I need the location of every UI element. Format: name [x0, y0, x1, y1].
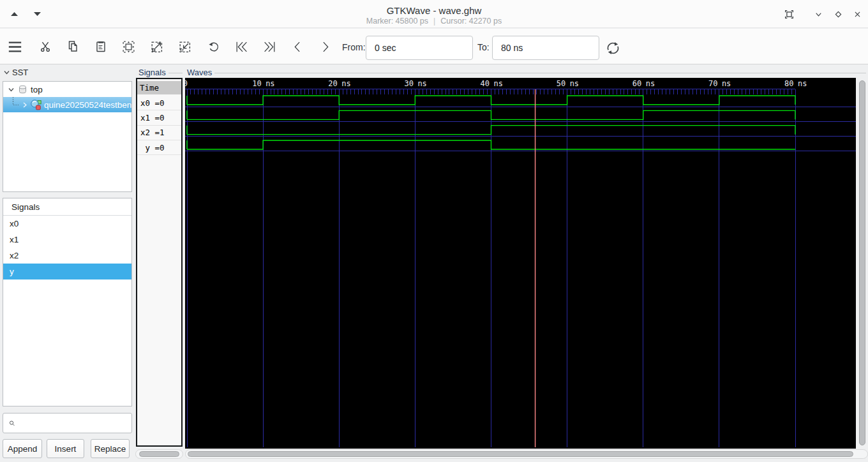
signals-list: x0x1x2y: [3, 216, 131, 279]
window-title: GTKWave - wave.ghw: [179, 5, 689, 16]
step-right-button[interactable]: [314, 36, 336, 57]
tree-item-top[interactable]: top: [3, 82, 131, 97]
signal-name-row-x0[interactable]: x0 =0: [137, 96, 181, 110]
module-icon: [31, 100, 41, 110]
waves-hscrollbar-thumb[interactable]: [188, 451, 853, 457]
insert-button[interactable]: Insert: [47, 439, 84, 458]
marker-status: Marker: 45800 ps: [366, 17, 428, 26]
waves-vscrollbar[interactable]: [858, 78, 867, 449]
minimize-button[interactable]: [810, 6, 827, 22]
chevron-right-icon: [318, 40, 333, 54]
chevron-down-icon: [3, 69, 10, 76]
fullscreen-icon: [784, 9, 795, 20]
svg-text:ns: ns: [722, 79, 731, 88]
fullscreen-button[interactable]: [781, 6, 797, 22]
from-input[interactable]: 0 sec: [366, 36, 473, 60]
clipboard-paste-icon: [94, 40, 108, 54]
sst-tree-panel: top quine20250524testbench: [3, 81, 132, 192]
names-hscrollbar[interactable]: [135, 449, 183, 459]
signal-name-row-x1[interactable]: x1 =0: [137, 110, 181, 125]
names-hscrollbar-thumb[interactable]: [139, 451, 179, 457]
zoom-out-icon: [177, 40, 192, 54]
scope-cylinder-icon: [18, 84, 27, 94]
waves-hscrollbar[interactable]: [185, 449, 868, 459]
zoom-fit-button[interactable]: [117, 36, 139, 57]
svg-text:ns: ns: [570, 79, 579, 88]
svg-text:10: 10: [252, 79, 261, 88]
tree-item-testbench[interactable]: quine20250524testbench: [3, 97, 131, 112]
shift-down-button[interactable]: [29, 6, 45, 22]
replace-button[interactable]: Replace: [91, 439, 130, 458]
copy-icon: [66, 40, 80, 54]
zoom-in-icon: [149, 40, 164, 54]
signal-name-row-x2[interactable]: x2 =1: [137, 126, 181, 140]
sst-expander[interactable]: SST: [3, 67, 28, 77]
to-label: To:: [477, 42, 490, 52]
from-label: From:: [342, 42, 366, 52]
signal-list-item-x1[interactable]: x1: [3, 232, 131, 248]
chevron-down-icon: [814, 10, 823, 19]
sst-label: SST: [12, 68, 28, 77]
copy-button[interactable]: [62, 36, 84, 57]
search-icon: [9, 418, 15, 429]
signal-names-panel[interactable]: Time x0 =0x1 =0x2 =1 y =0: [136, 78, 183, 447]
time-header[interactable]: Time: [137, 81, 181, 94]
diamond-icon: [834, 10, 843, 19]
tree-branch-lines: [11, 97, 19, 112]
chevron-left-icon: [290, 40, 305, 54]
names-frame-label: Signals: [138, 68, 183, 77]
skip-to-end-button[interactable]: [258, 36, 280, 57]
undo-button[interactable]: [202, 36, 224, 57]
tree-root-label: top: [31, 85, 43, 94]
step-left-button[interactable]: [287, 36, 308, 57]
svg-text:ns: ns: [798, 79, 807, 88]
maximize-button[interactable]: [830, 6, 846, 22]
signal-list-item-x2[interactable]: x2: [3, 248, 131, 264]
signals-list-header: Signals: [3, 198, 131, 216]
waves-frame-label: Waves: [187, 68, 866, 77]
expander-right-icon[interactable]: [22, 101, 28, 108]
svg-text:40: 40: [481, 79, 490, 88]
hamburger-menu-icon: [7, 39, 23, 55]
shift-up-button[interactable]: [6, 6, 22, 22]
signal-name-rows: x0 =0x1 =0x2 =1 y =0: [137, 96, 181, 155]
tree-child-label: quine20250524testbench: [44, 100, 131, 110]
zoom-out-button[interactable]: [174, 36, 195, 57]
waveform-plot[interactable]: 010ns20ns30ns40ns50ns60ns70ns80ns: [185, 78, 856, 449]
reload-button[interactable]: [602, 37, 624, 59]
undo-icon: [206, 40, 221, 54]
zoom-fit-icon: [121, 40, 136, 54]
waves-vscrollbar-thumb[interactable]: [859, 80, 865, 445]
menu-button[interactable]: [4, 36, 26, 57]
skip-to-start-button[interactable]: [230, 36, 252, 57]
search-input[interactable]: [19, 419, 131, 428]
expander-down-icon[interactable]: [8, 86, 15, 93]
scissors-icon: [38, 40, 52, 54]
svg-text:ns: ns: [494, 79, 503, 88]
cut-button[interactable]: [34, 36, 56, 57]
svg-text:ns: ns: [646, 79, 655, 88]
svg-text:20: 20: [328, 79, 337, 88]
svg-text:30: 30: [404, 79, 413, 88]
skip-start-icon: [234, 40, 249, 54]
paste-button[interactable]: [90, 36, 112, 57]
titlebar: GTKWave - wave.ghw Marker: 45800 ps|Curs…: [0, 0, 868, 28]
waves-canvas[interactable]: 010ns20ns30ns40ns50ns60ns70ns80ns: [185, 78, 856, 449]
close-icon: [853, 10, 862, 19]
window-subtitle: Marker: 45800 ps|Cursor: 42270 ps: [179, 17, 689, 26]
triangle-down-icon: [33, 11, 41, 17]
append-button[interactable]: Append: [3, 439, 42, 458]
svg-text:ns: ns: [266, 79, 274, 88]
zoom-in-button[interactable]: [146, 36, 167, 57]
signal-search-box[interactable]: [3, 413, 132, 433]
signal-list-item-y[interactable]: y: [3, 264, 131, 279]
cursor-status: Cursor: 42270 ps: [440, 17, 502, 26]
toolbar: From: 0 sec To: 80 ns: [0, 29, 868, 64]
close-button[interactable]: [849, 6, 865, 22]
signal-list-item-x0[interactable]: x0: [3, 216, 131, 232]
skip-end-icon: [262, 40, 277, 54]
svg-text:ns: ns: [341, 79, 350, 88]
signal-name-row-y[interactable]: y =0: [137, 140, 181, 155]
svg-text:60: 60: [632, 79, 641, 88]
to-input[interactable]: 80 ns: [492, 36, 599, 60]
